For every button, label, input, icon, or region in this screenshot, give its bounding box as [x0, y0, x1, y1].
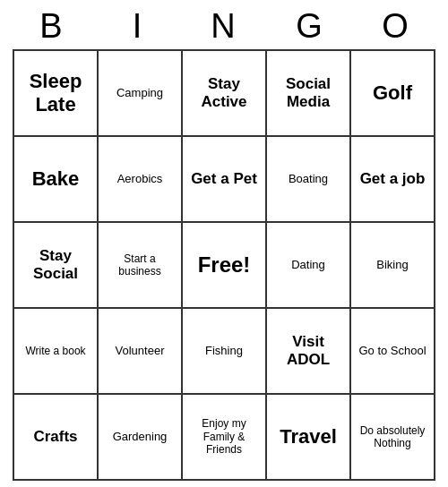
cell-7: Get a Pet: [183, 137, 267, 223]
cell-11: Start a business: [99, 223, 183, 309]
cell-18: Visit ADOL: [267, 309, 351, 395]
cell-1: Camping: [99, 51, 183, 137]
cell-3: Social Media: [267, 51, 351, 137]
title-n: N: [184, 7, 264, 46]
title-b: B: [12, 7, 92, 46]
title-g: G: [270, 7, 350, 46]
cell-9: Get a job: [351, 137, 435, 223]
cell-5: Bake: [14, 137, 99, 223]
cell-2: Stay Active: [183, 51, 267, 137]
title-o: O: [356, 7, 436, 46]
cell-13: Dating: [267, 223, 351, 309]
cell-4: Golf: [351, 51, 435, 137]
cell-14: Biking: [351, 223, 435, 309]
cell-15: Write a book: [14, 309, 99, 395]
cell-19: Go to School: [351, 309, 435, 395]
cell-8: Boating: [267, 137, 351, 223]
bingo-title: B I N G O: [9, 0, 439, 49]
cell-0: Sleep Late: [14, 51, 99, 137]
cell-10: Stay Social: [14, 223, 99, 309]
cell-12-free: Free!: [183, 223, 267, 309]
bingo-grid: Sleep Late Camping Stay Active Social Me…: [13, 49, 435, 481]
cell-22: Enjoy my Family & Friends: [183, 395, 267, 481]
cell-24: Do absolutely Nothing: [351, 395, 435, 481]
cell-23: Travel: [267, 395, 351, 481]
cell-17: Fishing: [183, 309, 267, 395]
cell-20: Crafts: [14, 395, 99, 481]
cell-21: Gardening: [99, 395, 183, 481]
cell-6: Aerobics: [99, 137, 183, 223]
cell-16: Volunteer: [99, 309, 183, 395]
title-i: I: [98, 7, 178, 46]
